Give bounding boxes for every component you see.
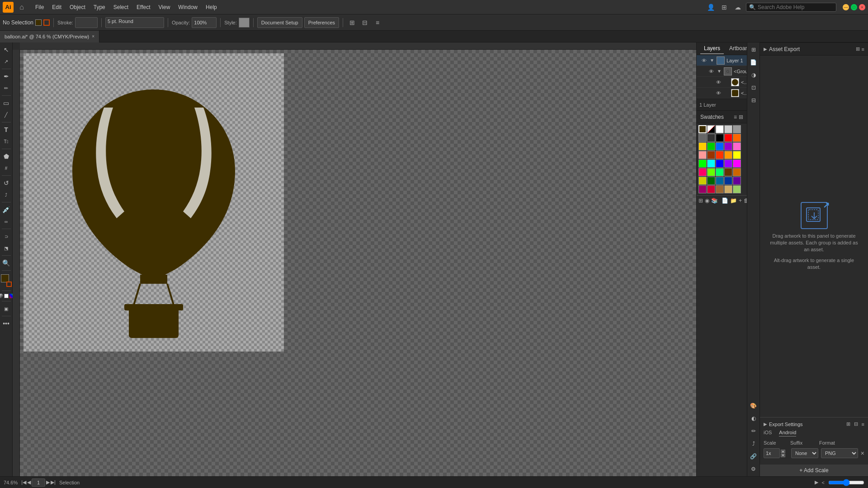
swatch-black[interactable] [716,134,724,142]
blob-brush-tool[interactable]: ✏ [1,83,12,94]
swatch-navy[interactable] [716,160,724,168]
swatch-maroon[interactable] [698,185,707,193]
swatch-bright-green[interactable] [698,160,707,168]
type-tool[interactable]: T [1,124,12,135]
layer-expand-1[interactable]: ▼ [709,58,715,63]
arrange-icon[interactable]: ⊞ [719,2,730,13]
swatch-violet[interactable] [724,160,732,168]
swatch-white[interactable] [716,125,724,133]
ae-format-select[interactable]: PNG [821,448,858,458]
profile-icon[interactable]: 👤 [705,2,716,13]
ae-scale-input[interactable] [764,448,780,458]
brush-style-dropdown[interactable]: 5 pt. Round [105,17,164,28]
panel-icon-layers[interactable]: ⊞ [748,44,759,55]
style-swatch[interactable] [239,18,250,28]
hamburger-icon[interactable]: ≡ [372,17,383,28]
swatches-new-group-icon[interactable]: 📁 [730,197,737,204]
artboard-tool[interactable]: ⬔ [1,243,12,253]
layer-vis-1[interactable]: 👁 [700,57,708,64]
fill-color-swatch[interactable] [35,19,42,26]
swatch-magenta[interactable] [733,160,741,168]
swatch-khaki[interactable] [724,185,732,193]
layer-vis-item2[interactable]: 👁 [715,89,722,97]
draw-modes-icon[interactable]: ▣ [1,303,12,314]
tab-ios[interactable]: iOS [764,430,772,436]
menu-effect[interactable]: Effect [133,2,154,12]
swatch-rose[interactable] [698,168,707,176]
paintbucket-tool[interactable]: ⬟ [1,151,12,162]
panel-icon-appearance[interactable]: ◑ [748,70,759,80]
stroke-swatch[interactable] [6,282,12,287]
swatch-orange[interactable] [733,134,741,142]
lasso-tool[interactable]: ⊃ [1,231,12,242]
panel-icon-color[interactable]: 🎨 [748,400,759,411]
swatch-crimson[interactable] [707,185,715,193]
swatch-rust[interactable] [733,168,741,176]
first-page-btn[interactable]: |◀ [21,479,26,485]
menu-view[interactable]: View [155,2,174,12]
ae-es-expand-icon[interactable]: ▶ [764,422,767,427]
preferences-button[interactable]: Preferences [304,17,339,28]
layer-vis-item1[interactable]: 👁 [715,79,722,86]
stroke-color-swatch[interactable] [43,19,50,26]
search-box[interactable]: 🔍 [746,3,836,12]
menu-window[interactable]: Window [175,2,201,12]
panel-icon-transform[interactable]: ⊡ [748,82,759,93]
blend-tool[interactable]: ∞ [1,216,12,227]
touch-type-tool[interactable]: T⃣ [1,136,12,147]
search-input[interactable] [758,4,830,10]
swatch-gradient[interactable] [707,125,715,133]
ae-generate-icon[interactable]: ⊞ [856,46,860,52]
panel-icon-gradient[interactable]: ◐ [748,413,759,424]
stroke-width-input[interactable] [75,17,98,28]
tab-layers[interactable]: Layers [700,43,724,54]
window-close[interactable]: × [859,4,865,10]
prev-page-btn[interactable]: ◀ [27,479,31,485]
layout-icon[interactable]: ⊟ [359,17,370,28]
swatch-darkblue[interactable] [724,177,732,185]
expand-btn[interactable]: < [822,480,825,485]
ae-collapse-icon[interactable]: ▶ [764,47,767,52]
none-mode-icon[interactable] [4,294,9,298]
swatch-sage[interactable] [733,185,741,193]
play-anim-btn[interactable]: ▶ [815,479,818,485]
color-mode-icon[interactable] [0,294,3,298]
swatch-yellow[interactable] [698,142,707,150]
sync-icon[interactable]: ☁ [732,2,743,13]
window-maximize[interactable]: □ [851,4,857,10]
direct-selection-tool[interactable]: ↗ [1,56,12,67]
canvas-main[interactable] [20,50,696,476]
swatch-cyan[interactable] [707,160,715,168]
layer-vis-group[interactable]: 👁 [708,68,715,75]
window-minimize[interactable]: — [843,4,849,10]
mesh-tool[interactable]: # [1,163,12,174]
ae-menu-icon[interactable]: ≡ [862,47,864,52]
last-page-btn[interactable]: ▶| [51,479,56,485]
ae-dropzone[interactable]: ↗ Drag artwork to this panel to generate… [760,56,868,417]
swatch-mgray[interactable] [733,125,741,133]
menu-help[interactable]: Help [202,2,221,12]
swatches-new-icon[interactable]: + [739,197,742,204]
swatch-olive[interactable] [698,177,707,185]
opacity-input[interactable] [192,17,217,28]
ae-scale-up[interactable]: ▲ [781,450,785,453]
swatch-scarlet[interactable] [716,151,724,159]
menu-type[interactable]: Type [90,2,109,12]
arrange-panels-icon[interactable]: ⊞ [347,17,358,28]
more-tools-icon[interactable]: ••• [1,318,12,329]
zoom-slider[interactable] [828,479,864,486]
ae-scale-down[interactable]: ▼ [781,454,785,457]
panel-icon-assetexport[interactable]: ⤴ [748,438,759,449]
swatch-selected[interactable] [698,125,707,133]
swatches-filter-icon[interactable]: ◉ [705,197,709,204]
swatch-dgray[interactable] [698,134,707,142]
swatch-red[interactable] [724,134,732,142]
pencil-tool[interactable]: ╱ [1,109,12,120]
layer-expand-group[interactable]: ▼ [717,69,722,74]
ae-es-icon1[interactable]: ⊞ [846,421,850,427]
panel-icon-links[interactable]: 🔗 [748,451,759,462]
doc-tab-close[interactable]: × [92,34,94,39]
page-number-input[interactable] [32,479,45,487]
pen-tool[interactable]: ✒ [1,71,12,82]
menu-select[interactable]: Select [110,2,132,12]
